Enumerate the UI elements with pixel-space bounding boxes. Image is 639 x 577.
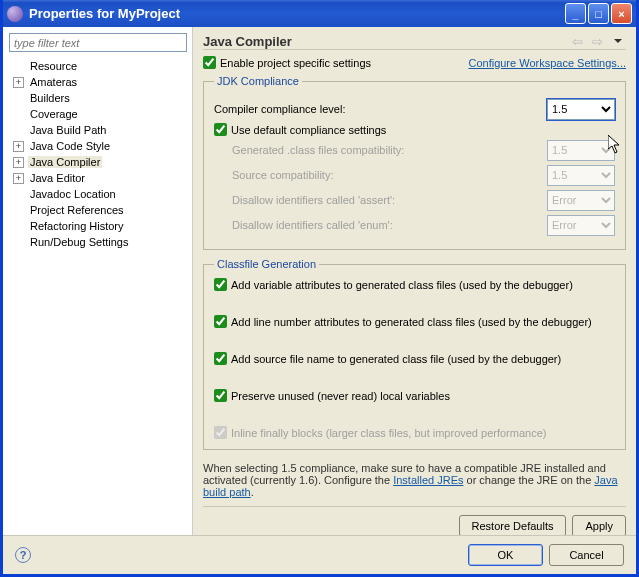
filter-input[interactable] (9, 33, 187, 52)
source-compat-select: 1.5 (547, 165, 615, 186)
window-title: Properties for MyProject (29, 6, 565, 21)
tree-item[interactable]: +Java Compiler (7, 154, 192, 170)
preserve-unused-checkbox[interactable]: Preserve unused (never read) local varia… (214, 389, 615, 402)
tree-item[interactable]: +Java Editor (7, 170, 192, 186)
tree-item-label: Java Code Style (28, 140, 112, 152)
tree-indent (13, 237, 24, 248)
tree-item-label: Refactoring History (28, 220, 126, 232)
forward-button[interactable]: ⇨ (588, 33, 606, 49)
compliance-level-select[interactable]: 1.5 (547, 99, 615, 120)
classfile-generation-group: Classfile Generation Add variable attrib… (203, 258, 626, 450)
tree-item[interactable]: Resource (7, 58, 192, 74)
apply-button[interactable]: Apply (572, 515, 626, 535)
tree-item-label: Project References (28, 204, 126, 216)
tree-item[interactable]: Coverage (7, 106, 192, 122)
expand-icon[interactable]: + (13, 157, 24, 168)
tree-indent (13, 221, 24, 232)
disallow-enum-select: Error (547, 215, 615, 236)
app-icon (7, 6, 23, 22)
installed-jres-link[interactable]: Installed JREs (393, 474, 463, 486)
tree-item-label: Amateras (28, 76, 79, 88)
restore-defaults-button[interactable]: Restore Defaults (459, 515, 567, 535)
inline-finally-checkbox: Inline finally blocks (larger class file… (214, 426, 615, 439)
compliance-info-text: When selecting 1.5 compliance, make sure… (203, 462, 626, 498)
back-button[interactable]: ⇦ (568, 33, 586, 49)
configure-workspace-link[interactable]: Configure Workspace Settings... (468, 57, 626, 69)
generated-class-select: 1.5 (547, 140, 615, 161)
title-bar: Properties for MyProject _ □ × (3, 0, 636, 27)
enable-project-specific-label: Enable project specific settings (220, 57, 371, 69)
disallow-assert-select: Error (547, 190, 615, 211)
tree-item[interactable]: Java Build Path (7, 122, 192, 138)
tree-item[interactable]: +Java Code Style (7, 138, 192, 154)
close-button[interactable]: × (611, 3, 632, 24)
tree-item-label: Javadoc Location (28, 188, 118, 200)
jdk-compliance-legend: JDK Compliance (214, 75, 302, 87)
page-title: Java Compiler (203, 34, 568, 49)
add-variable-attrs-checkbox[interactable]: Add variable attributes to generated cla… (214, 278, 615, 291)
expand-icon[interactable]: + (13, 173, 24, 184)
nav-sidebar: Resource+AmaterasBuildersCoverageJava Bu… (3, 27, 193, 535)
tree-indent (13, 205, 24, 216)
expand-icon[interactable]: + (13, 77, 24, 88)
tree-item[interactable]: +Amateras (7, 74, 192, 90)
tree-item-label: Builders (28, 92, 72, 104)
help-button[interactable]: ? (15, 547, 31, 563)
tree-indent (13, 93, 24, 104)
tree-item-label: Java Compiler (28, 156, 102, 168)
tree-item-label: Coverage (28, 108, 80, 120)
minimize-button[interactable]: _ (565, 3, 586, 24)
jdk-compliance-group: JDK Compliance Compiler compliance level… (203, 75, 626, 250)
add-source-file-checkbox[interactable]: Add source file name to generated class … (214, 352, 615, 365)
tree-indent (13, 61, 24, 72)
use-default-compliance-checkbox[interactable]: Use default compliance settings (214, 123, 615, 136)
tree-indent (13, 189, 24, 200)
tree-item-label: Java Build Path (28, 124, 108, 136)
page-content: Java Compiler ⇦ ⇨ Enable project specifi… (193, 27, 636, 535)
disallow-assert-label: Disallow identifiers called 'assert': (232, 194, 547, 206)
tree-indent (13, 109, 24, 120)
ok-button[interactable]: OK (468, 544, 543, 566)
tree-item[interactable]: Javadoc Location (7, 186, 192, 202)
tree-indent (13, 125, 24, 136)
use-default-compliance-label: Use default compliance settings (231, 124, 386, 136)
nav-tree[interactable]: Resource+AmaterasBuildersCoverageJava Bu… (3, 58, 192, 250)
classfile-generation-legend: Classfile Generation (214, 258, 319, 270)
tree-item-label: Run/Debug Settings (28, 236, 130, 248)
page-menu-button[interactable] (608, 33, 626, 49)
maximize-button[interactable]: □ (588, 3, 609, 24)
generated-class-label: Generated .class files compatibility: (232, 144, 547, 156)
enable-project-specific-checkbox[interactable]: Enable project specific settings (203, 56, 371, 69)
expand-icon[interactable]: + (13, 141, 24, 152)
cancel-button[interactable]: Cancel (549, 544, 624, 566)
tree-item-label: Java Editor (28, 172, 87, 184)
disallow-enum-label: Disallow identifiers called 'enum': (232, 219, 547, 231)
tree-item[interactable]: Project References (7, 202, 192, 218)
tree-item[interactable]: Refactoring History (7, 218, 192, 234)
tree-item-label: Resource (28, 60, 79, 72)
tree-item[interactable]: Run/Debug Settings (7, 234, 192, 250)
source-compat-label: Source compatibility: (232, 169, 547, 181)
add-line-number-checkbox[interactable]: Add line number attributes to generated … (214, 315, 615, 328)
compliance-level-label: Compiler compliance level: (214, 103, 547, 115)
tree-item[interactable]: Builders (7, 90, 192, 106)
